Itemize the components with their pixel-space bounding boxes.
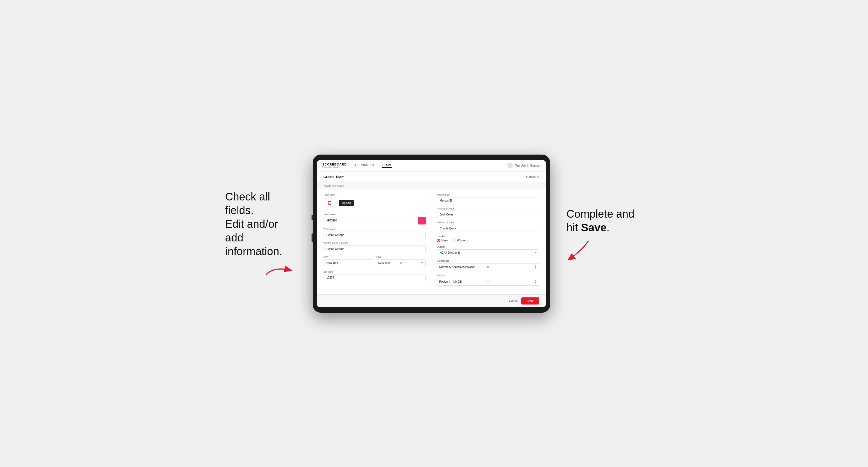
nav-link-teams[interactable]: TEAMS (382, 163, 392, 168)
conference-select[interactable]: University Athletic Association ✕ ▲▼ (437, 263, 539, 271)
display-name-group: Display name (unique) (323, 242, 426, 252)
gender-mens-option[interactable]: Mens (437, 239, 448, 242)
zip-input[interactable] (323, 274, 426, 281)
colour-swatch[interactable] (418, 217, 426, 224)
head-coach-label: Head Coach (437, 193, 539, 196)
state-label: State (376, 256, 426, 258)
region-select[interactable]: Region II - (M) DIII ✕ ▲▼ (437, 278, 539, 286)
form-body: Team logo C Upload Team colour (317, 189, 546, 294)
team-colour-label: Team colour (323, 213, 426, 216)
brand-sub: Powered by clippd (322, 166, 347, 168)
team-colour-input[interactable] (323, 217, 416, 224)
conference-arrows-icon: ▲▼ (535, 265, 537, 269)
division-select[interactable]: NCAA Division III (437, 249, 539, 256)
gender-radio-row: Mens Womens (437, 239, 539, 242)
team-name-group: Team name (323, 228, 426, 239)
modal-header: Create Team Cancel ✕ (317, 172, 546, 182)
assistant-coach-label: Assistant Coach (437, 207, 539, 210)
modal-cancel-label: Cancel (526, 175, 535, 178)
nav-brand: SCOREBOARD Powered by clippd (322, 163, 347, 168)
athletic-director-group: Athletic Director (437, 221, 539, 232)
head-coach-input[interactable] (437, 197, 539, 204)
region-value: Region II - (M) DIII (439, 280, 486, 283)
zip-code-group: Zip code (323, 270, 426, 281)
athletic-director-input[interactable] (437, 225, 539, 232)
state-select[interactable]: New York ✕ ▲▼ (376, 259, 426, 267)
womens-radio-dot (453, 239, 456, 242)
form-footer: Cancel Save (317, 294, 546, 307)
assistant-coach-input[interactable] (437, 211, 539, 218)
form-right-column: Head Coach Assistant Coach Athletic Dire… (431, 193, 539, 289)
athletic-director-label: Athletic Director (437, 221, 539, 224)
user-avatar (507, 163, 513, 168)
gender-group: Gender Mens Womens (437, 235, 539, 242)
division-group: Division NCAA Division III ▼ (437, 246, 539, 256)
region-arrows-icon: ▲▼ (535, 280, 537, 284)
division-label: Division (437, 246, 539, 248)
colour-input-wrapper (323, 217, 426, 224)
city-input[interactable] (323, 259, 373, 266)
annotation-left-subtitle: Edit and/or add information. (225, 218, 282, 257)
tablet-device: SCOREBOARD Powered by clippd TOURNAMENTS… (313, 155, 550, 313)
right-arrow-icon (566, 238, 594, 260)
navbar: SCOREBOARD Powered by clippd TOURNAMENTS… (317, 160, 546, 172)
gender-label: Gender (437, 235, 539, 238)
state-value: New York (378, 261, 398, 264)
assistant-coach-group: Assistant Coach (437, 207, 539, 218)
division-select-wrapper: NCAA Division III ▼ (437, 249, 539, 256)
city-label: City (323, 256, 373, 258)
logo-letter: C (328, 200, 331, 206)
team-name-label: Team name (323, 228, 426, 230)
head-coach-group: Head Coach (437, 193, 539, 204)
state-group: State New York ✕ ▲▼ (376, 256, 426, 267)
conference-label: Conference (437, 259, 539, 262)
save-button[interactable]: Save (521, 298, 539, 305)
logo-upload-area: C Upload (323, 197, 426, 209)
cancel-button[interactable]: Cancel (509, 299, 519, 303)
conference-value: University Athletic Association (439, 266, 486, 269)
left-annotation: Check all fields. Edit and/or add inform… (225, 190, 296, 258)
right-annotation: Complete and hit Save. (566, 207, 643, 234)
modal-close-button[interactable]: Cancel ✕ (526, 175, 539, 179)
city-state-row: City State New York ✕ ▲▼ (323, 256, 426, 267)
upload-button[interactable]: Upload (339, 200, 354, 206)
state-arrows-icon: ▲▼ (421, 261, 423, 266)
conference-clear-icon[interactable]: ✕ (487, 266, 533, 269)
section-label: TEAM DETAILS (317, 182, 546, 189)
team-logo-group: Team logo C Upload (323, 193, 426, 209)
logo-circle: C (323, 197, 336, 209)
form-left-column: Team logo C Upload Team colour (323, 193, 431, 289)
modal-title: Create Team (323, 175, 345, 179)
conference-group: Conference University Athletic Associati… (437, 259, 539, 271)
city-group: City (323, 256, 373, 267)
team-logo-label: Team logo (323, 193, 426, 196)
signout-link[interactable]: Sign out (530, 164, 540, 167)
region-label: Region (437, 274, 539, 277)
tablet-screen: SCOREBOARD Powered by clippd TOURNAMENTS… (317, 160, 546, 307)
gender-mens-label: Mens (441, 239, 448, 242)
region-clear-icon[interactable]: ✕ (487, 280, 533, 283)
nav-links: TOURNAMENTS TEAMS (353, 163, 507, 168)
gender-womens-label: Womens (457, 239, 468, 242)
left-arrow-icon (264, 263, 296, 277)
brand-title: SCOREBOARD (322, 163, 347, 166)
annotation-right-punct: . (607, 221, 610, 234)
display-name-input[interactable] (323, 246, 426, 252)
mens-radio-dot (437, 239, 440, 242)
gender-womens-option[interactable]: Womens (453, 239, 468, 242)
close-icon: ✕ (537, 175, 539, 179)
zip-label: Zip code (323, 270, 426, 273)
nav-link-tournaments[interactable]: TOURNAMENTS (353, 163, 376, 168)
state-clear-icon[interactable]: ✕ (400, 261, 420, 264)
annotation-right-bold: Save (581, 221, 607, 234)
annotation-left-title: Check all fields. (225, 191, 270, 216)
region-group: Region Region II - (M) DIII ✕ ▲▼ (437, 274, 539, 286)
display-name-label: Display name (unique) (323, 242, 426, 244)
user-label: Test User | (515, 164, 528, 167)
nav-user-area: Test User | Sign out (507, 163, 540, 168)
team-name-input[interactable] (323, 231, 426, 239)
team-colour-group: Team colour (323, 213, 426, 224)
